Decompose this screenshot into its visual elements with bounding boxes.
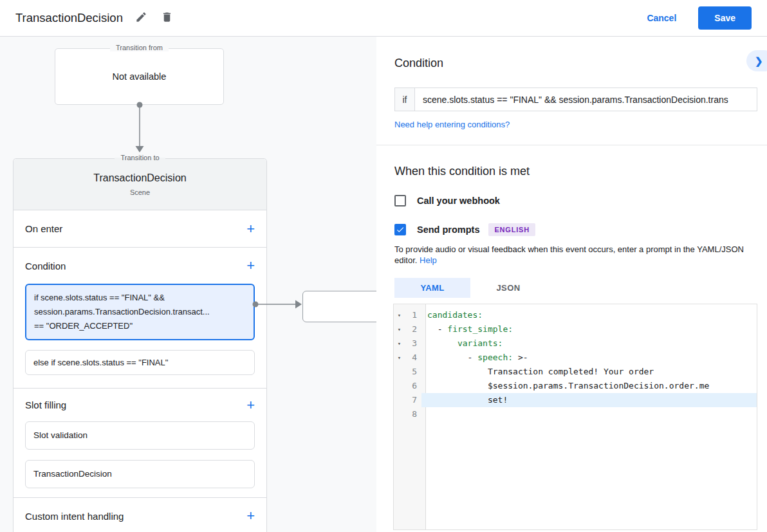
code-line[interactable]: 5 Transaction completed! Your order — [394, 365, 757, 379]
slot-item-transaction-decision[interactable]: TransactionDecision — [25, 460, 255, 488]
fold-arrow-icon[interactable]: ▾ — [394, 351, 405, 365]
condition-detail-panel: ❯ Condition if scene.slots.status == "FI… — [376, 37, 767, 532]
fold-spacer — [394, 393, 405, 407]
tab-yaml[interactable]: YAML — [394, 278, 470, 298]
line-number: 4 — [405, 351, 421, 365]
trash-icon — [161, 11, 173, 26]
send-prompts-label: Send prompts — [417, 225, 479, 235]
page-title: TransactionDecision — [15, 11, 123, 25]
code-line[interactable]: 7 set! — [394, 393, 757, 407]
call-webhook-checkbox[interactable] — [394, 195, 406, 206]
code-line[interactable]: ▾4 - speech: >- — [394, 351, 757, 365]
section-custom-intent: Custom intent handling + — [14, 497, 266, 532]
editor-note: To provide audio or visual feedback when… — [394, 244, 756, 266]
code-text: Transaction completed! Your order — [421, 365, 757, 379]
line-number: 3 — [405, 336, 421, 351]
chevron-right-icon: ❯ — [755, 55, 763, 67]
when-condition-heading: When this condition is met — [394, 165, 757, 178]
conditions-help-link[interactable]: Need help entering conditions? — [394, 120, 757, 129]
section-slot-filling: Slot filling + — [14, 388, 266, 421]
condition-item-selected[interactable]: if scene.slots.status == "FINAL" && sess… — [25, 284, 255, 340]
add-condition-button[interactable]: + — [246, 259, 255, 272]
section-divider — [376, 145, 767, 145]
add-slot-button[interactable]: + — [246, 399, 255, 412]
cancel-button[interactable]: Cancel — [647, 13, 676, 23]
code-text: set! — [421, 393, 757, 407]
tab-json[interactable]: JSON — [470, 278, 546, 298]
fold-spacer — [394, 379, 405, 393]
check-icon — [396, 225, 405, 234]
editor-help-link[interactable]: Help — [420, 255, 437, 265]
slot-item-validation[interactable]: Slot validation — [25, 421, 255, 450]
slot-filling-label: Slot filling — [25, 399, 66, 410]
transition-from-value: Not available — [113, 71, 167, 82]
line-number: 1 — [405, 308, 421, 322]
top-bar: TransactionDecision Cancel Save — [0, 0, 767, 37]
section-on-enter: On enter + — [14, 210, 266, 247]
collapse-panel-button[interactable]: ❯ — [746, 50, 767, 71]
code-line[interactable]: 8 — [394, 407, 757, 421]
section-condition: Condition + — [14, 247, 266, 284]
send-prompts-checkbox[interactable] — [394, 224, 406, 235]
transition-from-label: Transition from — [55, 44, 223, 51]
transition-from-node: Transition from Not available — [55, 48, 224, 105]
line-number: 7 — [405, 393, 421, 407]
code-line[interactable]: ▾3 variants: — [394, 336, 757, 351]
editor-tabs: YAML JSON — [394, 278, 757, 298]
line-number: 6 — [405, 379, 421, 393]
add-custom-intent-button[interactable]: + — [246, 509, 255, 522]
fold-arrow-icon[interactable]: ▾ — [394, 308, 405, 322]
yaml-code-editor[interactable]: ▾1candidates:▾2 - first_simple:▾3 varian… — [393, 304, 757, 530]
code-text: - speech: >- — [421, 351, 757, 365]
condition-label: Condition — [25, 261, 66, 271]
scene-name: TransactionDecision — [14, 172, 266, 184]
scene-card-header: TransactionDecision Scene — [14, 159, 266, 210]
call-webhook-label: Call your webhook — [417, 196, 500, 206]
fold-spacer — [394, 407, 405, 421]
code-text: - first_simple: — [421, 322, 757, 336]
fold-spacer — [394, 365, 405, 379]
delete-scene-button[interactable] — [160, 11, 174, 25]
edit-title-button[interactable] — [134, 11, 149, 25]
if-prefix-label: if — [394, 87, 415, 111]
on-enter-label: On enter — [25, 223, 62, 234]
panel-title: Condition — [394, 57, 757, 70]
send-prompts-row: Send prompts ENGLISH — [394, 223, 757, 236]
scene-diagram-canvas: Transition from Not available Transition… — [0, 37, 376, 532]
line-number: 2 — [405, 322, 421, 336]
code-line[interactable]: ▾1candidates: — [394, 308, 757, 322]
line-number: 8 — [405, 407, 421, 421]
language-badge: ENGLISH — [488, 223, 535, 236]
custom-intent-label: Custom intent handling — [25, 511, 124, 522]
condition-expression-row: if scene.slots.status == "FINAL" && sess… — [394, 87, 757, 111]
transition-to-card: Transition to TransactionDecision Scene … — [13, 158, 267, 532]
code-text — [421, 407, 757, 421]
pencil-icon — [135, 11, 147, 26]
code-text: candidates: — [421, 308, 757, 322]
code-text: variants: — [421, 336, 757, 351]
scene-type: Scene — [14, 188, 266, 196]
condition-expression-input[interactable]: scene.slots.status == "FINAL" && session… — [415, 87, 757, 111]
code-line[interactable]: ▾2 - first_simple: — [394, 322, 757, 336]
add-on-enter-button[interactable]: + — [246, 223, 255, 235]
code-text: $session.params.TransactionDecision.orde… — [421, 379, 757, 393]
fold-arrow-icon[interactable]: ▾ — [394, 322, 405, 336]
condition-item-else[interactable]: else if scene.slots.status == "FINAL" — [25, 350, 255, 375]
condition-target-node[interactable] — [302, 291, 376, 322]
line-number: 5 — [405, 365, 421, 379]
code-line[interactable]: 6 $session.params.TransactionDecision.or… — [394, 379, 757, 393]
webhook-row: Call your webhook — [394, 195, 757, 206]
save-button[interactable]: Save — [698, 6, 752, 30]
editor-note-text: To provide audio or visual feedback when… — [394, 244, 744, 265]
fold-arrow-icon[interactable]: ▾ — [394, 336, 405, 351]
